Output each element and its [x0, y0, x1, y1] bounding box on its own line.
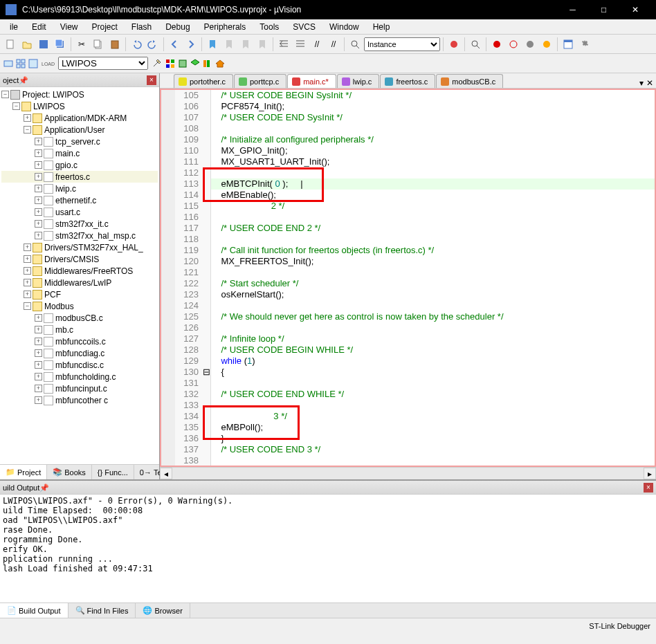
editor-scrollbar[interactable]: ◂ ▸	[160, 467, 656, 479]
debug-icon[interactable]	[446, 37, 462, 52]
tree-item[interactable]: +Middlewares/FreeRTOS	[1, 265, 158, 277]
build-pin-icon[interactable]: 📌	[39, 484, 48, 492]
tree-item[interactable]: +mbfuncother c	[1, 394, 158, 406]
tree-item[interactable]: −Modbus	[1, 300, 158, 312]
tree-item[interactable]: +usart.c	[1, 206, 158, 218]
bookmark-prev-icon[interactable]	[221, 37, 237, 52]
tree-item[interactable]: +main.c	[1, 147, 158, 159]
save-all-icon[interactable]	[53, 37, 68, 52]
minimize-button[interactable]: ─	[557, 0, 588, 19]
breakpoint-red-icon[interactable]	[489, 37, 504, 52]
build-icon[interactable]	[15, 58, 26, 69]
tree-item[interactable]: +gpio.c	[1, 159, 158, 171]
tree-item[interactable]: +mbfuncholding.c	[1, 371, 158, 383]
tab-find-in-files[interactable]: 🔍 Find In Files	[69, 603, 136, 618]
nav-back-icon[interactable]	[167, 37, 182, 52]
tree-item[interactable]: +mbfuncdiag.c	[1, 347, 158, 359]
file-tab[interactable]: modbusCB.c	[436, 74, 503, 88]
tree-item[interactable]: +tcp_server.c	[1, 136, 158, 147]
build-output-text[interactable]: LWIPOS\LWIPOS.axf" - 0 Error(s), 0 Warni…	[0, 495, 656, 602]
pack-icon[interactable]	[177, 58, 188, 69]
indent-icon[interactable]	[276, 37, 291, 52]
rte-icon[interactable]	[190, 58, 201, 69]
options-icon[interactable]	[151, 58, 162, 69]
tree-item[interactable]: −Application/User	[1, 124, 158, 136]
menu-view[interactable]: View	[53, 21, 85, 33]
menu-edit[interactable]: Edit	[25, 21, 53, 33]
close-button[interactable]: ✕	[619, 0, 650, 19]
new-file-icon[interactable]	[3, 37, 18, 52]
config-icon[interactable]	[577, 37, 592, 52]
tab-close-icon[interactable]: ✕	[646, 78, 653, 88]
tree-item[interactable]: +PCF	[1, 288, 158, 300]
tab-build-output[interactable]: 📄 Build Output	[0, 603, 69, 618]
tree-item[interactable]: +ethernetif.c	[1, 194, 158, 206]
menu-project[interactable]: Project	[85, 21, 125, 33]
nav-fwd-icon[interactable]	[183, 37, 199, 52]
comment-icon[interactable]: //	[309, 37, 325, 52]
tree-item[interactable]: +Middlewares/LwIP	[1, 277, 158, 288]
tree-item[interactable]: +stm32f7xx_hal_msp.c	[1, 230, 158, 241]
file-tab[interactable]: porttcp.c	[234, 74, 286, 88]
open-file-icon[interactable]	[19, 37, 35, 52]
bookmark-clear-icon[interactable]	[255, 37, 270, 52]
bookmark-next-icon[interactable]	[238, 37, 253, 52]
tree-item[interactable]: +Drivers/STM32F7xx_HAL_	[1, 241, 158, 253]
download-icon[interactable]: LOAD	[42, 59, 55, 68]
code-editor[interactable]: 1051061071081091101111121131141151161171…	[160, 89, 656, 467]
tab-books[interactable]: 📚 Books	[47, 465, 92, 479]
menu-svcs[interactable]: SVCS	[286, 21, 322, 33]
translate-icon[interactable]	[3, 58, 14, 69]
tab-browser[interactable]: 🌐 Browser	[136, 603, 190, 618]
pin-icon[interactable]: 📌	[19, 76, 27, 84]
menu-window[interactable]: Window	[322, 21, 366, 33]
project-tree[interactable]: −Project: LWIPOS−LWIPOS+Application/MDK-…	[0, 87, 159, 464]
scroll-left-icon[interactable]: ◂	[160, 468, 172, 479]
rebuild-icon[interactable]	[28, 58, 39, 69]
paste-icon[interactable]	[107, 37, 122, 52]
tree-item[interactable]: +Application/MDK-ARM	[1, 112, 158, 124]
manage-icon[interactable]	[165, 58, 176, 69]
tree-item[interactable]: −Project: LWIPOS	[1, 89, 158, 100]
find-in-files-icon[interactable]	[468, 37, 483, 52]
redo-icon[interactable]	[145, 37, 161, 52]
menu-tools[interactable]: Tools	[253, 21, 286, 33]
outdent-icon[interactable]	[293, 37, 308, 52]
breakpoint-kill-icon[interactable]	[522, 37, 538, 52]
find-combo[interactable]: Instance	[364, 37, 440, 51]
tree-item[interactable]: +stm32f7xx_it.c	[1, 218, 158, 230]
find-icon[interactable]	[347, 37, 363, 52]
tree-item[interactable]: +mbfuncdisc.c	[1, 359, 158, 371]
undo-icon[interactable]	[129, 37, 144, 52]
tree-item[interactable]: −LWIPOS	[1, 100, 158, 112]
breakpoint-disable-icon[interactable]	[506, 37, 521, 52]
file-tab[interactable]: main.c*	[287, 74, 336, 88]
menu-debug[interactable]: Debug	[158, 21, 197, 33]
breakpoint-all-icon[interactable]	[539, 37, 554, 52]
bookmark-icon[interactable]	[205, 37, 220, 52]
file-tab[interactable]: portother.c	[174, 74, 233, 88]
tree-item[interactable]: +modbusCB.c	[1, 312, 158, 324]
tab-project[interactable]: 📁 Project	[0, 465, 47, 479]
tree-item[interactable]: +mbfunccoils.c	[1, 335, 158, 347]
file-tab[interactable]: freertos.c	[380, 74, 435, 88]
books-icon[interactable]	[202, 58, 213, 69]
menu-help[interactable]: Help	[366, 21, 397, 33]
tree-item[interactable]: +Drivers/CMSIS	[1, 253, 158, 265]
cut-icon[interactable]: ✂	[74, 37, 89, 52]
menu-flash[interactable]: Flash	[125, 21, 158, 33]
tab-functions[interactable]: {} Func...	[92, 465, 134, 479]
save-icon[interactable]	[36, 37, 51, 52]
pane-close-button[interactable]: ×	[147, 75, 156, 85]
scroll-right-icon[interactable]: ▸	[644, 468, 656, 479]
file-tab[interactable]: lwip.c	[337, 74, 380, 88]
tree-item[interactable]: +mbfuncinput.c	[1, 383, 158, 394]
target-select[interactable]: LWIPOS	[58, 57, 148, 70]
uncomment-icon[interactable]: //	[326, 37, 341, 52]
home-icon[interactable]	[215, 58, 226, 69]
tree-item[interactable]: +lwip.c	[1, 183, 158, 194]
build-close-button[interactable]: ×	[644, 483, 653, 493]
tab-dropdown-icon[interactable]: ▾	[639, 78, 644, 88]
tree-item[interactable]: +mb.c	[1, 324, 158, 335]
copy-icon[interactable]	[91, 37, 106, 52]
